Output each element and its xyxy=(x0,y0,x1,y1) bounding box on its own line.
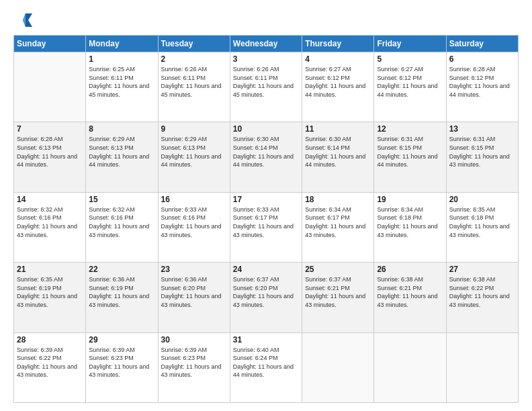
table-row: 29Sunrise: 6:39 AMSunset: 6:23 PMDayligh… xyxy=(86,332,158,402)
cell-info: Sunrise: 6:38 AMSunset: 6:21 PMDaylight:… xyxy=(377,275,443,309)
table-row xyxy=(14,52,86,122)
table-row: 21Sunrise: 6:35 AMSunset: 6:19 PMDayligh… xyxy=(14,263,86,332)
calendar-week-1: 7Sunrise: 6:28 AMSunset: 6:13 PMDaylight… xyxy=(14,122,519,192)
cell-info: Sunrise: 6:39 AMSunset: 6:22 PMDaylight:… xyxy=(17,346,83,379)
cell-info: Sunrise: 6:25 AMSunset: 6:11 PMDaylight:… xyxy=(89,65,154,99)
table-row: 7Sunrise: 6:28 AMSunset: 6:13 PMDaylight… xyxy=(14,122,86,192)
day-number: 4 xyxy=(305,54,371,64)
cell-info: Sunrise: 6:35 AMSunset: 6:19 PMDaylight:… xyxy=(17,275,83,309)
cell-info: Sunrise: 6:34 AMSunset: 6:18 PMDaylight:… xyxy=(377,205,443,239)
cell-info: Sunrise: 6:29 AMSunset: 6:13 PMDaylight:… xyxy=(89,135,154,169)
day-number: 25 xyxy=(305,265,371,274)
table-row xyxy=(302,332,374,402)
table-row: 1Sunrise: 6:25 AMSunset: 6:11 PMDaylight… xyxy=(86,52,158,122)
day-number: 9 xyxy=(161,124,227,134)
cell-info: Sunrise: 6:29 AMSunset: 6:13 PMDaylight:… xyxy=(161,135,227,169)
col-friday: Friday xyxy=(374,36,446,52)
col-thursday: Thursday xyxy=(302,36,374,52)
cell-info: Sunrise: 6:37 AMSunset: 6:21 PMDaylight:… xyxy=(305,275,371,309)
cell-info: Sunrise: 6:30 AMSunset: 6:14 PMDaylight:… xyxy=(305,135,371,169)
col-tuesday: Tuesday xyxy=(158,36,230,52)
day-number: 29 xyxy=(89,335,154,345)
day-number: 17 xyxy=(233,195,299,204)
day-number: 2 xyxy=(161,54,227,64)
table-row: 8Sunrise: 6:29 AMSunset: 6:13 PMDaylight… xyxy=(86,122,158,192)
table-row: 6Sunrise: 6:28 AMSunset: 6:12 PMDaylight… xyxy=(446,52,518,122)
table-row: 27Sunrise: 6:38 AMSunset: 6:22 PMDayligh… xyxy=(446,263,518,332)
cell-info: Sunrise: 6:28 AMSunset: 6:13 PMDaylight:… xyxy=(17,135,83,169)
table-row: 15Sunrise: 6:32 AMSunset: 6:16 PMDayligh… xyxy=(86,192,158,262)
table-row: 13Sunrise: 6:31 AMSunset: 6:15 PMDayligh… xyxy=(446,122,518,192)
cell-info: Sunrise: 6:38 AMSunset: 6:22 PMDaylight:… xyxy=(449,275,515,309)
day-number: 13 xyxy=(449,124,515,134)
table-row: 31Sunrise: 6:40 AMSunset: 6:24 PMDayligh… xyxy=(230,332,302,402)
cell-info: Sunrise: 6:39 AMSunset: 6:23 PMDaylight:… xyxy=(161,346,227,379)
cell-info: Sunrise: 6:40 AMSunset: 6:24 PMDaylight:… xyxy=(233,346,299,379)
day-number: 3 xyxy=(233,54,299,64)
cell-info: Sunrise: 6:27 AMSunset: 6:12 PMDaylight:… xyxy=(377,65,443,99)
cell-info: Sunrise: 6:35 AMSunset: 6:18 PMDaylight:… xyxy=(449,205,515,239)
cell-info: Sunrise: 6:39 AMSunset: 6:23 PMDaylight:… xyxy=(89,346,154,379)
table-row: 17Sunrise: 6:33 AMSunset: 6:17 PMDayligh… xyxy=(230,192,302,262)
table-row xyxy=(446,332,518,402)
cell-info: Sunrise: 6:31 AMSunset: 6:15 PMDaylight:… xyxy=(377,135,443,169)
cell-info: Sunrise: 6:31 AMSunset: 6:15 PMDaylight:… xyxy=(449,135,515,169)
cell-info: Sunrise: 6:34 AMSunset: 6:17 PMDaylight:… xyxy=(305,205,371,239)
cell-info: Sunrise: 6:26 AMSunset: 6:11 PMDaylight:… xyxy=(161,65,227,99)
day-number: 26 xyxy=(377,265,443,274)
header-row: Sunday Monday Tuesday Wednesday Thursday… xyxy=(14,36,519,52)
cell-info: Sunrise: 6:32 AMSunset: 6:16 PMDaylight:… xyxy=(17,205,83,239)
day-number: 19 xyxy=(377,195,443,204)
day-number: 14 xyxy=(17,195,83,204)
day-number: 28 xyxy=(17,335,83,345)
table-row xyxy=(374,332,446,402)
logo xyxy=(13,11,35,30)
svg-marker-1 xyxy=(23,13,26,27)
table-row: 28Sunrise: 6:39 AMSunset: 6:22 PMDayligh… xyxy=(14,332,86,402)
cell-info: Sunrise: 6:30 AMSunset: 6:14 PMDaylight:… xyxy=(233,135,299,169)
day-number: 23 xyxy=(161,265,227,274)
calendar: Sunday Monday Tuesday Wednesday Thursday… xyxy=(13,35,519,403)
cell-info: Sunrise: 6:33 AMSunset: 6:17 PMDaylight:… xyxy=(233,205,299,239)
table-row: 12Sunrise: 6:31 AMSunset: 6:15 PMDayligh… xyxy=(374,122,446,192)
col-sunday: Sunday xyxy=(14,36,86,52)
calendar-week-4: 28Sunrise: 6:39 AMSunset: 6:22 PMDayligh… xyxy=(14,332,519,402)
table-row: 16Sunrise: 6:33 AMSunset: 6:16 PMDayligh… xyxy=(158,192,230,262)
logo-icon xyxy=(13,11,32,30)
day-number: 6 xyxy=(449,54,515,64)
day-number: 11 xyxy=(305,124,371,134)
table-row: 19Sunrise: 6:34 AMSunset: 6:18 PMDayligh… xyxy=(374,192,446,262)
cell-info: Sunrise: 6:26 AMSunset: 6:11 PMDaylight:… xyxy=(233,65,299,99)
day-number: 30 xyxy=(161,335,227,345)
table-row: 24Sunrise: 6:37 AMSunset: 6:20 PMDayligh… xyxy=(230,263,302,332)
col-monday: Monday xyxy=(86,36,158,52)
day-number: 31 xyxy=(233,335,299,345)
table-row: 10Sunrise: 6:30 AMSunset: 6:14 PMDayligh… xyxy=(230,122,302,192)
calendar-week-3: 21Sunrise: 6:35 AMSunset: 6:19 PMDayligh… xyxy=(14,263,519,332)
header xyxy=(13,11,519,30)
table-row: 23Sunrise: 6:36 AMSunset: 6:20 PMDayligh… xyxy=(158,263,230,332)
table-row: 20Sunrise: 6:35 AMSunset: 6:18 PMDayligh… xyxy=(446,192,518,262)
day-number: 1 xyxy=(89,54,154,64)
day-number: 24 xyxy=(233,265,299,274)
table-row: 4Sunrise: 6:27 AMSunset: 6:12 PMDaylight… xyxy=(302,52,374,122)
day-number: 16 xyxy=(161,195,227,204)
col-wednesday: Wednesday xyxy=(230,36,302,52)
cell-info: Sunrise: 6:36 AMSunset: 6:20 PMDaylight:… xyxy=(161,275,227,309)
day-number: 8 xyxy=(89,124,154,134)
table-row: 22Sunrise: 6:36 AMSunset: 6:19 PMDayligh… xyxy=(86,263,158,332)
cell-info: Sunrise: 6:36 AMSunset: 6:19 PMDaylight:… xyxy=(89,275,154,309)
day-number: 5 xyxy=(377,54,443,64)
day-number: 27 xyxy=(449,265,515,274)
table-row: 3Sunrise: 6:26 AMSunset: 6:11 PMDaylight… xyxy=(230,52,302,122)
table-row: 14Sunrise: 6:32 AMSunset: 6:16 PMDayligh… xyxy=(14,192,86,262)
calendar-week-0: 1Sunrise: 6:25 AMSunset: 6:11 PMDaylight… xyxy=(14,52,519,122)
day-number: 10 xyxy=(233,124,299,134)
table-row: 2Sunrise: 6:26 AMSunset: 6:11 PMDaylight… xyxy=(158,52,230,122)
table-row: 25Sunrise: 6:37 AMSunset: 6:21 PMDayligh… xyxy=(302,263,374,332)
table-row: 26Sunrise: 6:38 AMSunset: 6:21 PMDayligh… xyxy=(374,263,446,332)
day-number: 12 xyxy=(377,124,443,134)
table-row: 18Sunrise: 6:34 AMSunset: 6:17 PMDayligh… xyxy=(302,192,374,262)
table-row: 11Sunrise: 6:30 AMSunset: 6:14 PMDayligh… xyxy=(302,122,374,192)
table-row: 5Sunrise: 6:27 AMSunset: 6:12 PMDaylight… xyxy=(374,52,446,122)
